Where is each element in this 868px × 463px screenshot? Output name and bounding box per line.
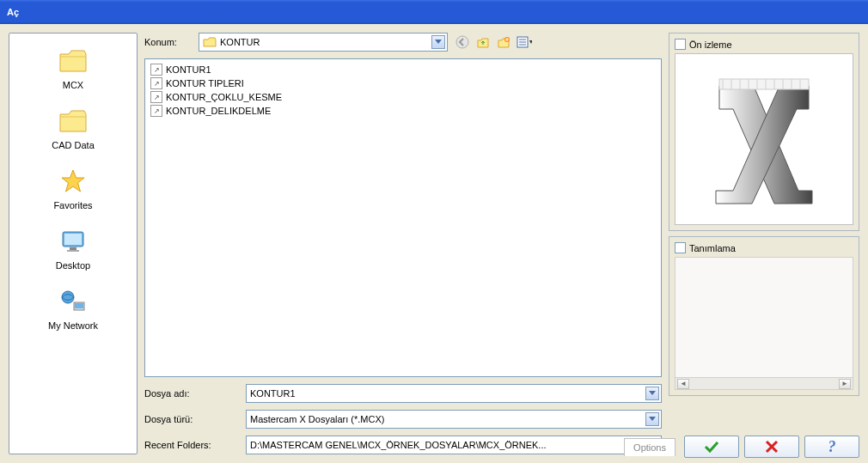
description-checkbox-row[interactable]: Tanımlama bbox=[675, 242, 853, 253]
file-icon: ↗ bbox=[150, 64, 162, 76]
desktop-icon bbox=[58, 226, 89, 257]
svg-rect-3 bbox=[67, 250, 79, 252]
help-button[interactable]: ? bbox=[804, 436, 859, 458]
svg-point-7 bbox=[456, 36, 468, 48]
recent-folders-dropdown[interactable]: D:\MASTERCAM GENEL\MCX_ÖRNEK_DOSYALAR\MC… bbox=[246, 436, 662, 454]
folder-icon bbox=[58, 106, 89, 137]
sidebar-item-favorites[interactable]: Favorites bbox=[13, 162, 133, 214]
location-dropdown[interactable]: KONTUR bbox=[199, 33, 448, 52]
sidebar-item-label: Favorites bbox=[53, 200, 92, 210]
filename-label: Dosya adı: bbox=[144, 388, 239, 399]
recent-folders-value: D:\MASTERCAM GENEL\MCX_ÖRNEK_DOSYALAR\MC… bbox=[250, 440, 547, 450]
cancel-button[interactable] bbox=[744, 436, 799, 458]
chevron-down-icon bbox=[431, 35, 445, 49]
up-folder-icon[interactable] bbox=[475, 34, 491, 50]
sidebar-item-label: Desktop bbox=[56, 260, 90, 271]
file-name: KONTUR_DELIKDELME bbox=[166, 106, 271, 116]
window-title: Aç bbox=[7, 7, 19, 17]
network-icon bbox=[58, 286, 89, 317]
scroll-right-icon[interactable]: ► bbox=[839, 379, 851, 389]
svg-rect-1 bbox=[64, 234, 82, 245]
question-icon: ? bbox=[828, 438, 836, 456]
location-value: KONTUR bbox=[220, 37, 260, 47]
sidebar-item-caddata[interactable]: CAD Data bbox=[13, 102, 133, 154]
sidebar-item-desktop[interactable]: Desktop bbox=[13, 222, 133, 274]
svg-rect-6 bbox=[75, 303, 83, 308]
preview-image bbox=[675, 53, 853, 225]
check-icon bbox=[703, 440, 720, 454]
file-list[interactable]: ↗ KONTUR1 ↗ KONTUR TIPLERI ↗ KONTUR_ÇOKL… bbox=[144, 58, 662, 377]
svg-point-4 bbox=[62, 291, 74, 303]
preview-label: Ön izleme bbox=[689, 40, 732, 50]
folder-icon bbox=[58, 46, 89, 76]
location-row: Konum: KONTUR bbox=[144, 33, 662, 52]
back-icon[interactable] bbox=[455, 34, 470, 50]
nav-toolbar bbox=[455, 34, 532, 50]
file-icon: ↗ bbox=[150, 77, 162, 89]
preview-panel: Ön izleme bbox=[669, 33, 859, 231]
sidebar: MCX CAD Data Favorites Desktop My Networ… bbox=[9, 33, 138, 454]
content-area: MCX CAD Data Favorites Desktop My Networ… bbox=[0, 24, 868, 463]
sidebar-item-mcx[interactable]: MCX bbox=[13, 42, 133, 94]
titlebar: Aç bbox=[0, 0, 868, 24]
description-textarea: ◄ ► bbox=[675, 257, 853, 390]
horizontal-scrollbar[interactable]: ◄ ► bbox=[675, 377, 853, 389]
description-label: Tanımlama bbox=[689, 243, 736, 253]
file-name: KONTUR_ÇOKLU_KESME bbox=[166, 92, 282, 102]
filename-input[interactable]: KONTUR1 bbox=[246, 384, 662, 403]
file-icon: ↗ bbox=[150, 105, 162, 117]
center-panel: Konum: KONTUR ↗ KONTUR1 ↗ KONTUR TIPLERI bbox=[144, 33, 662, 454]
svg-rect-13 bbox=[719, 79, 809, 89]
file-name: KONTUR1 bbox=[166, 64, 211, 75]
filetype-value: Mastercam X Dosyaları (*.MCX) bbox=[250, 414, 384, 424]
description-panel: Tanımlama ◄ ► bbox=[669, 236, 859, 396]
star-icon bbox=[58, 166, 89, 197]
cross-icon bbox=[765, 440, 779, 454]
sidebar-item-label: CAD Data bbox=[52, 140, 95, 150]
svg-rect-2 bbox=[70, 247, 76, 250]
recent-folders-row: Recent Folders: D:\MASTERCAM GENEL\MCX_Ö… bbox=[144, 436, 662, 454]
sidebar-item-label: MCX bbox=[63, 80, 83, 90]
ok-button[interactable] bbox=[684, 436, 739, 458]
right-panel: Ön izleme Tanımlama bbox=[669, 33, 859, 454]
filetype-row: Dosya türü: Mastercam X Dosyaları (*.MCX… bbox=[144, 410, 662, 429]
file-item[interactable]: ↗ KONTUR1 bbox=[149, 63, 657, 76]
scroll-left-icon[interactable]: ◄ bbox=[677, 379, 689, 389]
options-label: Options bbox=[633, 442, 666, 453]
filename-value: KONTUR1 bbox=[250, 388, 296, 399]
file-icon: ↗ bbox=[150, 91, 162, 103]
description-checkbox[interactable] bbox=[675, 242, 686, 253]
new-folder-icon[interactable] bbox=[496, 34, 511, 50]
view-menu-icon[interactable] bbox=[517, 34, 532, 50]
chevron-down-icon bbox=[645, 387, 659, 400]
options-tab[interactable]: Options bbox=[624, 438, 675, 456]
file-name: KONTUR TIPLERI bbox=[166, 78, 244, 88]
preview-checkbox[interactable] bbox=[675, 39, 686, 50]
filetype-dropdown[interactable]: Mastercam X Dosyaları (*.MCX) bbox=[246, 410, 662, 429]
file-item[interactable]: ↗ KONTUR_DELIKDELME bbox=[149, 104, 657, 118]
file-item[interactable]: ↗ KONTUR_ÇOKLU_KESME bbox=[149, 90, 657, 104]
filename-row: Dosya adı: KONTUR1 bbox=[144, 384, 662, 403]
location-label: Konum: bbox=[144, 37, 192, 47]
file-item[interactable]: ↗ KONTUR TIPLERI bbox=[149, 76, 657, 90]
preview-checkbox-row[interactable]: Ön izleme bbox=[675, 39, 853, 50]
sidebar-item-label: My Network bbox=[48, 320, 98, 331]
bottom-toolbar: Options ? bbox=[624, 436, 859, 458]
recent-folders-label: Recent Folders: bbox=[144, 440, 239, 450]
filetype-label: Dosya türü: bbox=[144, 414, 239, 424]
chevron-down-icon bbox=[645, 412, 659, 426]
sidebar-item-mynetwork[interactable]: My Network bbox=[13, 283, 133, 334]
